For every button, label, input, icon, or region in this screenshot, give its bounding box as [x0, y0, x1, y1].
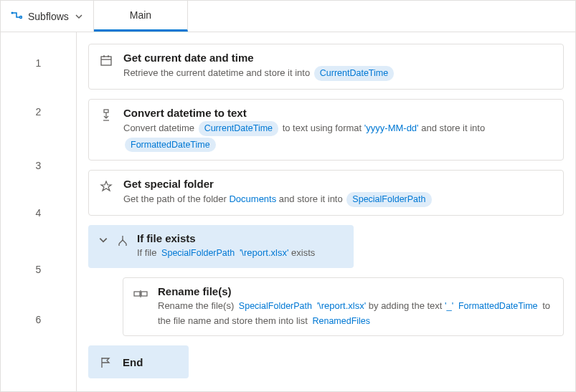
action-title: Rename file(s): [158, 285, 553, 297]
svg-point-0: [11, 11, 14, 14]
folder-link[interactable]: Documents: [229, 193, 276, 204]
action-desc: Retrieve the current datetime and store …: [123, 65, 553, 82]
tab-label: Main: [130, 9, 151, 21]
star-icon: [99, 179, 113, 193]
action-title: Get special folder: [123, 178, 553, 190]
action-desc: Get the path of the folder Documents and…: [123, 191, 553, 208]
subflows-label: Subflows: [28, 11, 69, 22]
action-title: End: [123, 356, 143, 368]
action-get-current-datetime[interactable]: Get current date and time Retrieve the c…: [88, 44, 564, 90]
action-desc: Convert datetime CurrentDateTime to text…: [123, 120, 553, 153]
line-number: 1: [1, 44, 76, 82]
chevron-down-icon: [75, 12, 83, 21]
subflows-dropdown[interactable]: Subflows: [1, 1, 94, 32]
svg-rect-2: [101, 57, 111, 65]
chevron-down-icon[interactable]: [98, 235, 108, 245]
variable-chip[interactable]: CurrentDateTime: [314, 66, 394, 81]
variable-chip[interactable]: FormattedDateTime: [458, 300, 539, 313]
line-number: 2: [1, 82, 76, 141]
flag-icon: [98, 355, 113, 370]
convert-icon: [99, 108, 113, 123]
line-number: 4: [1, 189, 76, 236]
line-number: 5: [1, 236, 76, 302]
variable-chip[interactable]: FormattedDateTime: [125, 138, 216, 153]
svg-rect-12: [134, 292, 140, 296]
variable-chip[interactable]: SpecialFolderPath: [238, 300, 313, 313]
svg-rect-6: [104, 110, 108, 113]
action-convert-datetime-text[interactable]: Convert datetime to text Convert datetim…: [88, 99, 564, 161]
calendar-icon: [99, 53, 113, 67]
action-desc: If file SpecialFolderPath '\report.xlsx'…: [137, 246, 344, 261]
action-title: If file exists: [137, 232, 344, 244]
svg-point-1: [20, 16, 22, 18]
subflows-icon: [11, 11, 22, 22]
rename-icon: [133, 287, 148, 301]
action-title: Get current date and time: [123, 52, 553, 64]
action-if-file-exists[interactable]: If file exists If file SpecialFolderPath…: [88, 225, 354, 268]
variable-chip[interactable]: SpecialFolderPath: [346, 192, 431, 207]
tab-main[interactable]: Main: [94, 1, 188, 32]
svg-rect-13: [141, 292, 147, 296]
line-number-gutter: 1 2 3 4 5 6: [1, 32, 77, 391]
action-end[interactable]: End: [88, 345, 189, 378]
variable-chip[interactable]: SpecialFolderPath: [161, 247, 235, 260]
action-desc: Rename the file(s) SpecialFolderPath '\r…: [158, 299, 553, 329]
action-rename-files[interactable]: Rename file(s) Rename the file(s) Specia…: [123, 277, 564, 337]
action-get-special-folder[interactable]: Get special folder Get the path of the f…: [88, 170, 564, 216]
action-title: Convert datetime to text: [123, 107, 553, 119]
line-number: 6: [1, 302, 76, 337]
variable-chip[interactable]: CurrentDateTime: [199, 121, 278, 136]
variable-chip[interactable]: RenamedFiles: [311, 315, 371, 328]
line-number: 3: [1, 141, 76, 189]
branch-icon: [115, 234, 130, 248]
